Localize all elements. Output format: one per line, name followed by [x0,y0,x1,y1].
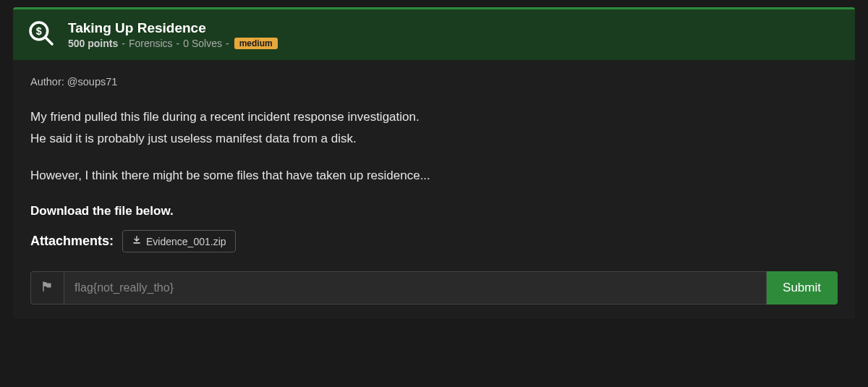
challenge-description: My friend pulled this file during a rece… [30,108,838,185]
download-label: Download the file below. [30,204,838,218]
download-icon [132,235,142,247]
challenge-meta: 500 points - Forensics - 0 Solves - medi… [68,38,278,49]
submit-button[interactable]: Submit [767,271,838,305]
svg-rect-3 [133,242,140,244]
flag-submit-row: Submit [30,271,838,305]
magnify-dollar-icon: $ [27,20,55,50]
svg-line-1 [46,38,52,44]
challenge-points: 500 points [68,38,118,49]
challenge-category: Forensics [129,38,173,49]
description-line: My friend pulled this file during a rece… [30,108,838,127]
description-line: He said it is probably just useless mani… [30,129,838,148]
svg-text:$: $ [36,25,42,37]
challenge-solves: 0 Solves [183,38,222,49]
attachments-label: Attachments: [30,234,114,249]
challenge-title: Taking Up Residence [68,20,278,36]
flag-icon [41,280,54,296]
flag-input[interactable] [64,271,767,305]
challenge-card: $ Taking Up Residence 500 points - Foren… [13,7,855,319]
challenge-header: $ Taking Up Residence 500 points - Foren… [13,7,855,60]
difficulty-badge: medium [234,38,278,49]
attachment-download-button[interactable]: Evidence_001.zip [122,230,236,252]
attachments-row: Attachments: Evidence_001.zip [30,230,838,252]
description-line: However, I think there might be some fil… [30,166,838,185]
challenge-body: Author: @soups71 My friend pulled this f… [13,60,855,319]
flag-icon-box [30,271,64,305]
challenge-header-info: Taking Up Residence 500 points - Forensi… [68,20,278,49]
challenge-author: Author: @soups71 [30,76,838,88]
attachment-filename: Evidence_001.zip [146,236,226,247]
